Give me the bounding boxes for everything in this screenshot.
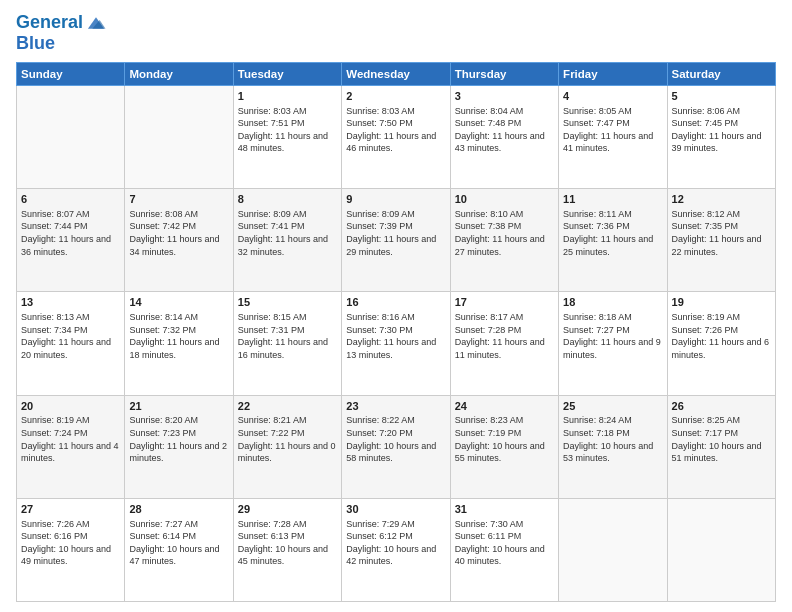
calendar-cell [559,498,667,601]
day-number: 16 [346,295,445,310]
day-info: Sunrise: 8:15 AM Sunset: 7:31 PM Dayligh… [238,311,337,361]
col-header-sunday: Sunday [17,62,125,85]
calendar-cell: 29Sunrise: 7:28 AM Sunset: 6:13 PM Dayli… [233,498,341,601]
day-info: Sunrise: 8:25 AM Sunset: 7:17 PM Dayligh… [672,414,771,464]
day-info: Sunrise: 8:09 AM Sunset: 7:41 PM Dayligh… [238,208,337,258]
calendar-cell: 15Sunrise: 8:15 AM Sunset: 7:31 PM Dayli… [233,292,341,395]
calendar-week-2: 13Sunrise: 8:13 AM Sunset: 7:34 PM Dayli… [17,292,776,395]
calendar-cell: 12Sunrise: 8:12 AM Sunset: 7:35 PM Dayli… [667,189,775,292]
day-number: 24 [455,399,554,414]
day-number: 4 [563,89,662,104]
logo: General Blue [16,12,107,54]
calendar-week-1: 6Sunrise: 8:07 AM Sunset: 7:44 PM Daylig… [17,189,776,292]
calendar-cell: 10Sunrise: 8:10 AM Sunset: 7:38 PM Dayli… [450,189,558,292]
calendar-cell: 3Sunrise: 8:04 AM Sunset: 7:48 PM Daylig… [450,85,558,188]
day-number: 17 [455,295,554,310]
calendar-cell: 7Sunrise: 8:08 AM Sunset: 7:42 PM Daylig… [125,189,233,292]
col-header-tuesday: Tuesday [233,62,341,85]
day-number: 22 [238,399,337,414]
calendar-cell: 21Sunrise: 8:20 AM Sunset: 7:23 PM Dayli… [125,395,233,498]
day-number: 21 [129,399,228,414]
day-number: 15 [238,295,337,310]
day-info: Sunrise: 8:04 AM Sunset: 7:48 PM Dayligh… [455,105,554,155]
day-number: 12 [672,192,771,207]
calendar-cell: 6Sunrise: 8:07 AM Sunset: 7:44 PM Daylig… [17,189,125,292]
day-info: Sunrise: 7:30 AM Sunset: 6:11 PM Dayligh… [455,518,554,568]
calendar-cell: 8Sunrise: 8:09 AM Sunset: 7:41 PM Daylig… [233,189,341,292]
day-info: Sunrise: 8:19 AM Sunset: 7:26 PM Dayligh… [672,311,771,361]
day-number: 3 [455,89,554,104]
day-info: Sunrise: 8:03 AM Sunset: 7:51 PM Dayligh… [238,105,337,155]
day-info: Sunrise: 8:24 AM Sunset: 7:18 PM Dayligh… [563,414,662,464]
calendar-week-4: 27Sunrise: 7:26 AM Sunset: 6:16 PM Dayli… [17,498,776,601]
calendar-cell [667,498,775,601]
calendar-week-0: 1Sunrise: 8:03 AM Sunset: 7:51 PM Daylig… [17,85,776,188]
calendar-cell: 1Sunrise: 8:03 AM Sunset: 7:51 PM Daylig… [233,85,341,188]
day-info: Sunrise: 7:28 AM Sunset: 6:13 PM Dayligh… [238,518,337,568]
day-info: Sunrise: 8:17 AM Sunset: 7:28 PM Dayligh… [455,311,554,361]
calendar-cell [125,85,233,188]
day-number: 14 [129,295,228,310]
day-info: Sunrise: 8:23 AM Sunset: 7:19 PM Dayligh… [455,414,554,464]
col-header-saturday: Saturday [667,62,775,85]
day-number: 6 [21,192,120,207]
day-number: 18 [563,295,662,310]
calendar-cell: 5Sunrise: 8:06 AM Sunset: 7:45 PM Daylig… [667,85,775,188]
day-info: Sunrise: 8:09 AM Sunset: 7:39 PM Dayligh… [346,208,445,258]
calendar-cell: 26Sunrise: 8:25 AM Sunset: 7:17 PM Dayli… [667,395,775,498]
calendar-cell: 30Sunrise: 7:29 AM Sunset: 6:12 PM Dayli… [342,498,450,601]
calendar-cell: 18Sunrise: 8:18 AM Sunset: 7:27 PM Dayli… [559,292,667,395]
calendar-cell: 13Sunrise: 8:13 AM Sunset: 7:34 PM Dayli… [17,292,125,395]
day-number: 9 [346,192,445,207]
day-number: 28 [129,502,228,517]
calendar-cell: 28Sunrise: 7:27 AM Sunset: 6:14 PM Dayli… [125,498,233,601]
calendar-week-3: 20Sunrise: 8:19 AM Sunset: 7:24 PM Dayli… [17,395,776,498]
day-number: 1 [238,89,337,104]
day-number: 27 [21,502,120,517]
calendar-cell: 16Sunrise: 8:16 AM Sunset: 7:30 PM Dayli… [342,292,450,395]
day-number: 5 [672,89,771,104]
header: General Blue [16,12,776,54]
calendar-cell: 25Sunrise: 8:24 AM Sunset: 7:18 PM Dayli… [559,395,667,498]
calendar-cell: 23Sunrise: 8:22 AM Sunset: 7:20 PM Dayli… [342,395,450,498]
calendar-cell [17,85,125,188]
calendar-cell: 19Sunrise: 8:19 AM Sunset: 7:26 PM Dayli… [667,292,775,395]
day-info: Sunrise: 8:18 AM Sunset: 7:27 PM Dayligh… [563,311,662,361]
calendar-cell: 31Sunrise: 7:30 AM Sunset: 6:11 PM Dayli… [450,498,558,601]
page: General Blue SundayMondayTuesdayWednesda… [0,0,792,612]
day-number: 13 [21,295,120,310]
day-number: 29 [238,502,337,517]
calendar-cell: 4Sunrise: 8:05 AM Sunset: 7:47 PM Daylig… [559,85,667,188]
calendar-header-row: SundayMondayTuesdayWednesdayThursdayFrid… [17,62,776,85]
day-number: 26 [672,399,771,414]
logo-text: General [16,13,83,33]
day-info: Sunrise: 8:20 AM Sunset: 7:23 PM Dayligh… [129,414,228,464]
day-number: 2 [346,89,445,104]
calendar: SundayMondayTuesdayWednesdayThursdayFrid… [16,62,776,602]
logo-text2: Blue [16,33,55,53]
day-info: Sunrise: 7:26 AM Sunset: 6:16 PM Dayligh… [21,518,120,568]
calendar-cell: 2Sunrise: 8:03 AM Sunset: 7:50 PM Daylig… [342,85,450,188]
day-info: Sunrise: 7:29 AM Sunset: 6:12 PM Dayligh… [346,518,445,568]
calendar-cell: 27Sunrise: 7:26 AM Sunset: 6:16 PM Dayli… [17,498,125,601]
day-info: Sunrise: 8:06 AM Sunset: 7:45 PM Dayligh… [672,105,771,155]
day-number: 7 [129,192,228,207]
day-info: Sunrise: 8:13 AM Sunset: 7:34 PM Dayligh… [21,311,120,361]
day-info: Sunrise: 8:12 AM Sunset: 7:35 PM Dayligh… [672,208,771,258]
day-info: Sunrise: 7:27 AM Sunset: 6:14 PM Dayligh… [129,518,228,568]
calendar-cell: 14Sunrise: 8:14 AM Sunset: 7:32 PM Dayli… [125,292,233,395]
day-info: Sunrise: 8:05 AM Sunset: 7:47 PM Dayligh… [563,105,662,155]
day-number: 10 [455,192,554,207]
day-number: 11 [563,192,662,207]
day-info: Sunrise: 8:14 AM Sunset: 7:32 PM Dayligh… [129,311,228,361]
calendar-cell: 20Sunrise: 8:19 AM Sunset: 7:24 PM Dayli… [17,395,125,498]
day-info: Sunrise: 8:22 AM Sunset: 7:20 PM Dayligh… [346,414,445,464]
day-number: 30 [346,502,445,517]
day-number: 25 [563,399,662,414]
day-info: Sunrise: 8:21 AM Sunset: 7:22 PM Dayligh… [238,414,337,464]
col-header-monday: Monday [125,62,233,85]
day-info: Sunrise: 8:08 AM Sunset: 7:42 PM Dayligh… [129,208,228,258]
col-header-wednesday: Wednesday [342,62,450,85]
calendar-cell: 9Sunrise: 8:09 AM Sunset: 7:39 PM Daylig… [342,189,450,292]
day-info: Sunrise: 8:11 AM Sunset: 7:36 PM Dayligh… [563,208,662,258]
